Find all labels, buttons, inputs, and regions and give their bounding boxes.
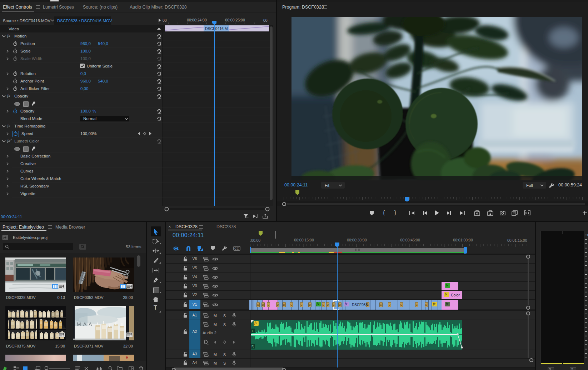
svg-text:MAA: MAA — [77, 321, 94, 327]
svg-text:CC: CC — [234, 247, 239, 250]
